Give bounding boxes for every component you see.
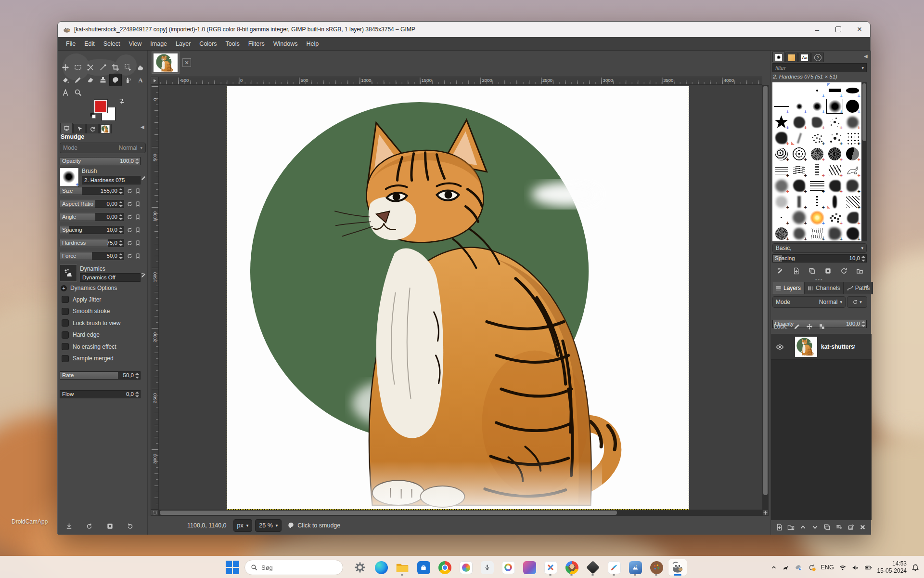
brush-spacing-slider[interactable]: Spacing 10,0 [772,254,867,263]
checkbox-sample-merged[interactable]: Sample merged [62,355,114,362]
add-mask-button[interactable] [846,522,856,532]
duplicate-brush-button[interactable] [807,265,817,276]
paintbrush-tool[interactable] [72,74,84,86]
tab-image-thumbnail[interactable] [99,124,112,133]
menu-view[interactable]: View [124,38,146,50]
text-tool[interactable]: A [134,74,147,86]
brush-cell-blot[interactable]: + [826,178,844,194]
restore-tool-preset-button[interactable] [84,521,95,531]
brush-cell-hatch[interactable]: + [790,162,808,178]
reset-icon[interactable] [127,214,133,220]
gimp-app[interactable] [668,559,687,576]
menu-windows[interactable]: Windows [269,38,302,50]
tab-device-status[interactable] [73,124,86,133]
canvas-image[interactable] [227,86,689,510]
brush-cell-halfdark[interactable]: + [844,146,861,162]
brush-cell-glow[interactable]: + [808,210,826,225]
tab-tool-options[interactable] [60,123,73,133]
navigation-button[interactable] [762,510,769,516]
menu-edit[interactable]: Edit [80,38,99,50]
brush-cell-soft3[interactable]: + [826,98,844,114]
krita-app[interactable] [604,559,624,576]
brush-cell-ellipse[interactable]: + [844,82,861,98]
image-tab-close-icon[interactable]: ✕ [182,58,191,67]
collapse-dock-icon[interactable]: ◀ [864,284,868,289]
clone-tool[interactable] [97,74,109,86]
unified-transform-tool[interactable] [122,61,134,74]
brush-cell-scratch[interactable]: + [808,114,826,130]
layer-mode-select[interactable]: ModeNormal▾ [772,296,846,308]
close-button[interactable]: × [849,22,870,37]
default-colors-icon[interactable] [90,112,96,119]
edit-dynamics-icon[interactable] [141,272,147,278]
brush-cell-specks[interactable]: + [808,130,826,146]
checkbox-smooth-stroke[interactable]: Smooth stroke [62,308,110,315]
menu-help[interactable]: Help [302,38,323,50]
lock-alpha-icon[interactable] [819,323,825,330]
bookmark-icon[interactable] [135,227,141,233]
hardness-slider[interactable]: Hardness75,0 [60,239,146,247]
menu-filters[interactable]: Filters [244,38,269,50]
dynamics-options-expander[interactable]: + Dynamics Options [61,285,117,291]
scissors-select-tool[interactable] [84,61,97,74]
save-tool-preset-button[interactable] [64,521,74,531]
menu-image[interactable]: Image [146,38,171,50]
tab-patterns[interactable] [785,53,798,62]
tab-brushes[interactable] [772,52,785,62]
zoom-tool[interactable] [72,86,84,99]
brush-cell-splat[interactable]: + [844,210,861,225]
browser-profile[interactable] [562,559,581,576]
brush-cell-scatter[interactable]: + [826,114,844,130]
layer-visibility-icon[interactable] [776,343,784,351]
rate-slider[interactable]: Rate 50,0 [60,371,141,380]
onedrive-icon[interactable] [794,564,803,571]
unit-select[interactable]: px▾ [233,519,253,532]
bookmark-icon[interactable] [135,201,141,207]
bucket-fill-tool[interactable] [59,74,72,86]
edge-browser[interactable] [372,559,391,576]
bookmark-icon[interactable] [135,240,141,246]
delete-tool-preset-button[interactable] [104,521,115,531]
collapse-dock-icon[interactable]: ◀ [141,124,144,130]
photo-editor-app[interactable] [626,559,645,576]
refresh-brushes-button[interactable] [839,265,849,276]
brush-cell-smear[interactable]: + [826,225,844,241]
brush-cell-fuzz[interactable]: + [844,114,861,130]
reset-icon[interactable] [127,188,133,194]
horizontal-scrollbar[interactable] [159,510,762,516]
brush-cell-tinydot[interactable]: + [772,210,790,225]
crop-tool[interactable] [109,61,122,74]
tab-fonts[interactable]: Aa [798,53,811,62]
checkbox-hard-edge[interactable]: Hard edge [62,331,100,339]
bookmark-icon[interactable] [135,214,141,220]
layer-row[interactable]: kat-shutterstock_2248949127 copy [771,334,872,360]
lock-pixels-icon[interactable] [794,323,800,330]
lower-layer-button[interactable] [810,522,821,532]
brush-cell-blank[interactable] [772,82,790,98]
new-brush-button[interactable] [791,265,801,276]
bookmark-icon[interactable] [135,253,141,259]
brush-cell-streak[interactable]: + [790,194,808,210]
paint-app[interactable] [520,559,539,576]
menu-colors[interactable]: Colors [195,38,221,50]
brush-cell-chalkdark[interactable]: + [790,178,808,194]
merge-down-button[interactable] [834,522,844,532]
layer-mode-switch-button[interactable]: ▾ [847,296,867,308]
brush-cell-darkblob[interactable]: + [844,225,861,241]
taskbar-search[interactable]: Søg [244,560,343,575]
brush-cell-fuzz[interactable]: + [790,225,808,241]
title-bar[interactable]: [kat-shutterstock_2248949127 copy] (impo… [58,22,870,37]
vertical-ruler[interactable]: 050010001500200025003000 [151,85,159,510]
tray-chevron-icon[interactable] [770,564,777,571]
force-slider[interactable]: Force50,0 [60,252,146,260]
brush-cell-splotch[interactable]: + [844,178,861,194]
sync-icon[interactable] [808,564,816,572]
media-app[interactable] [456,559,475,576]
rectangle-select-tool[interactable] [72,61,84,74]
brush-selector[interactable]: + [60,168,79,187]
brush-cell-bar[interactable]: + [826,82,844,98]
volume-muted-icon[interactable] [851,564,859,571]
photo-legacy-app[interactable] [541,559,560,576]
tab-paths[interactable]: Paths [844,282,873,294]
eraser-tool[interactable] [84,74,97,86]
